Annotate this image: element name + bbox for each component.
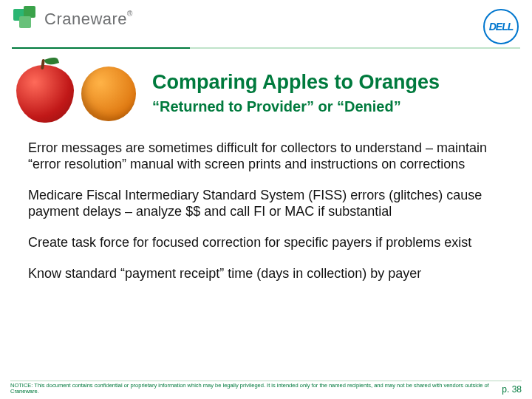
slide-content: Comparing Apples to Oranges “Returned to… [0, 56, 532, 282]
paragraph: Error messages are sometimes difficult f… [28, 140, 508, 173]
confidentiality-notice: NOTICE: This document contains confident… [10, 383, 494, 395]
body-text: Error messages are sometimes difficult f… [12, 134, 520, 282]
apple-icon [16, 65, 74, 123]
paragraph: Know standard “payment receipt” time (da… [28, 266, 508, 282]
slide-subtitle: “Returned to Provider” or “Denied” [152, 98, 520, 115]
page-number: p. 38 [502, 384, 522, 395]
header-divider [12, 47, 520, 49]
craneware-logo: Craneware® [13, 6, 133, 33]
craneware-logo-text: Craneware® [44, 10, 133, 29]
brand-name: Craneware [44, 10, 127, 28]
slide-header: Craneware® DELL [0, 0, 532, 47]
slide-footer: NOTICE: This document contains confident… [0, 380, 532, 400]
slide-title: Comparing Apples to Oranges [152, 71, 520, 94]
orange-icon [81, 66, 136, 121]
craneware-logo-icon [13, 6, 40, 33]
titles: Comparing Apples to Oranges “Returned to… [152, 71, 520, 115]
paragraph: Create task force for focused correction… [28, 235, 508, 251]
dell-logo-text: DELL [489, 21, 514, 33]
dell-logo-icon: DELL [483, 9, 519, 44]
apples-oranges-image [12, 56, 145, 130]
paragraph: Medicare Fiscal Intermediary Standard Sy… [28, 188, 508, 220]
brand-reg: ® [127, 10, 133, 18]
title-block: Comparing Apples to Oranges “Returned to… [12, 56, 520, 130]
